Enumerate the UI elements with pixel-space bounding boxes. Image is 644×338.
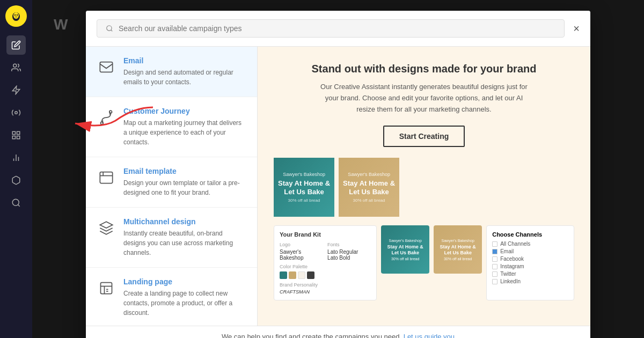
search-bar[interactable] bbox=[97, 19, 565, 38]
tagline-teal: Stay At Home &Let Us Bake bbox=[278, 179, 330, 196]
small-teal-panel: Sawyer's Bakeshop Stay At Home & Let Us … bbox=[381, 225, 429, 274]
landing-page-item-title: Landing page bbox=[123, 277, 246, 286]
channel-twitter-check bbox=[492, 271, 497, 277]
svg-point-17 bbox=[107, 26, 112, 31]
sidebar-item-integrations[interactable] bbox=[6, 171, 26, 190]
svg-point-4 bbox=[13, 64, 17, 67]
preview-area: Sawyer's Bakeshop Stay At Home &Let Us B… bbox=[274, 158, 574, 300]
logo-value: Sawyer's Bakeshop bbox=[280, 249, 323, 261]
brand-kit-title: Your Brand Kit bbox=[280, 231, 371, 238]
bakeshop-name-tan: Sawyer's Bakeshop bbox=[348, 172, 390, 177]
customer-journey-icon bbox=[97, 108, 116, 127]
email-icon bbox=[97, 57, 116, 77]
svg-point-1 bbox=[13, 12, 19, 19]
brand-kit-details: Logo Sawyer's Bakeshop Fonts Lato Regula… bbox=[280, 242, 371, 261]
channel-twitter-label: Twitter bbox=[500, 271, 516, 277]
swatch-dark bbox=[307, 271, 314, 279]
sidebar bbox=[0, 0, 32, 338]
svg-point-2 bbox=[14, 14, 16, 16]
start-creating-button[interactable]: Start Creating bbox=[383, 126, 465, 147]
small-teal-discount: 30% off all bread bbox=[391, 257, 419, 261]
fonts-label: Fonts bbox=[327, 242, 371, 247]
search-icon bbox=[106, 25, 113, 32]
small-tan-discount: 30% off all bread bbox=[444, 257, 472, 261]
small-teal-tagline: Stay At Home & Let Us Bake bbox=[384, 244, 426, 256]
campaign-type-modal: × Email Design and send automated or bbox=[86, 11, 590, 338]
channel-all: All Channels bbox=[492, 241, 568, 247]
channel-linkedin: LinkedIn bbox=[492, 278, 568, 284]
small-teal-name: Sawyer's Bakeshop bbox=[389, 239, 422, 243]
modal-body: Email Design and send automated or regul… bbox=[86, 47, 590, 326]
customer-journey-item-text: Customer Journey Map out a marketing jou… bbox=[123, 107, 246, 147]
discount-tan: 30% off all bread bbox=[353, 198, 385, 203]
channel-email-check bbox=[492, 249, 497, 254]
close-button[interactable]: × bbox=[573, 23, 580, 34]
sidebar-item-contacts[interactable] bbox=[6, 58, 26, 77]
guide-link[interactable]: Let us guide you bbox=[404, 333, 455, 338]
landing-page-icon bbox=[97, 278, 116, 298]
channel-all-check bbox=[492, 241, 497, 247]
search-input[interactable] bbox=[119, 24, 555, 33]
footer-text: We can help you find and create the camp… bbox=[222, 333, 401, 338]
channel-facebook-check bbox=[492, 256, 497, 262]
campaign-types-list: Email Design and send automated or regul… bbox=[86, 47, 258, 326]
channels-panel: Choose Channels All Channels Email bbox=[486, 225, 574, 300]
landing-page-item-desc: Create a landing page to collect new con… bbox=[123, 289, 246, 318]
campaign-item-email[interactable]: Email Design and send automated or regul… bbox=[86, 47, 257, 97]
sidebar-item-audience[interactable] bbox=[6, 126, 26, 145]
svg-rect-7 bbox=[12, 131, 15, 134]
campaign-item-multichannel[interactable]: Multichannel design Instantly create bea… bbox=[86, 208, 257, 268]
sidebar-item-campaigns[interactable] bbox=[6, 80, 26, 100]
svg-rect-9 bbox=[12, 136, 15, 139]
swatch-tan bbox=[289, 271, 296, 279]
brand-personality-label: Brand Personality bbox=[280, 282, 371, 288]
svg-rect-19 bbox=[100, 62, 112, 72]
svg-rect-10 bbox=[17, 136, 20, 139]
font1-value: Lato Regular bbox=[327, 249, 371, 255]
logo-label: Logo bbox=[280, 242, 323, 247]
brand-kit-logo-col: Logo Sawyer's Bakeshop bbox=[280, 242, 323, 261]
email-item-desc: Design and send automated or regular ema… bbox=[123, 68, 246, 87]
discount-teal: 30% off all bread bbox=[288, 198, 320, 203]
swatch-cream bbox=[298, 271, 305, 279]
modal-overlay: × Email Design and send automated or bbox=[32, 0, 644, 338]
campaign-item-landing-page[interactable]: Landing page Create a landing page to co… bbox=[86, 268, 257, 326]
svg-rect-20 bbox=[100, 172, 112, 183]
svg-point-6 bbox=[15, 112, 18, 114]
app-logo[interactable] bbox=[5, 5, 27, 27]
design-panels-row1: Sawyer's Bakeshop Stay At Home &Let Us B… bbox=[274, 158, 574, 217]
right-panel-title: Stand out with designs made for your bra… bbox=[312, 63, 537, 75]
svg-point-3 bbox=[17, 14, 18, 16]
bakeshop-name-teal: Sawyer's Bakeshop bbox=[283, 172, 325, 177]
landing-page-item-text: Landing page Create a landing page to co… bbox=[123, 277, 246, 318]
color-palette-row: Color Palette bbox=[280, 264, 371, 279]
multichannel-item-desc: Instantly create beautiful, on-brand des… bbox=[123, 229, 246, 258]
svg-line-18 bbox=[111, 30, 113, 32]
campaign-item-email-template[interactable]: Email template Design your own template … bbox=[86, 157, 257, 208]
channel-linkedin-check bbox=[492, 279, 497, 284]
brand-kit-fonts-col: Fonts Lato Regular Lato Bold bbox=[327, 242, 371, 261]
campaign-item-customer-journey[interactable]: Customer Journey Map out a marketing jou… bbox=[86, 97, 257, 157]
multichannel-item-text: Multichannel design Instantly create bea… bbox=[123, 217, 246, 258]
small-tan-name: Sawyer's Bakeshop bbox=[442, 239, 474, 243]
customer-journey-item-desc: Map out a marketing journey that deliver… bbox=[123, 118, 246, 147]
svg-point-14 bbox=[12, 199, 19, 205]
sidebar-item-automations[interactable] bbox=[6, 103, 26, 122]
tagline-tan: Stay At Home &Let Us Bake bbox=[343, 179, 395, 196]
channel-facebook-label: Facebook bbox=[500, 256, 524, 262]
right-panel: Stand out with designs made for your bra… bbox=[258, 47, 590, 326]
svg-rect-8 bbox=[17, 131, 20, 134]
modal-footer: We can help you find and create the camp… bbox=[86, 326, 590, 338]
sidebar-item-reports[interactable] bbox=[6, 148, 26, 167]
email-template-item-desc: Design your own template or tailor a pre… bbox=[123, 178, 246, 197]
bottom-panels-row: Your Brand Kit Logo Sawyer's Bakeshop Fo… bbox=[274, 225, 574, 300]
channel-instagram-label: Instagram bbox=[500, 263, 524, 269]
channel-facebook: Facebook bbox=[492, 256, 568, 262]
sidebar-item-search[interactable] bbox=[6, 193, 26, 212]
brand-kit-panel: Your Brand Kit Logo Sawyer's Bakeshop Fo… bbox=[274, 225, 377, 300]
channel-email-label: Email bbox=[500, 248, 514, 254]
sidebar-item-edit[interactable] bbox=[6, 35, 26, 55]
color-swatches bbox=[280, 271, 371, 279]
email-template-item-text: Email template Design your own template … bbox=[123, 167, 246, 197]
channel-linkedin-label: LinkedIn bbox=[500, 278, 521, 284]
